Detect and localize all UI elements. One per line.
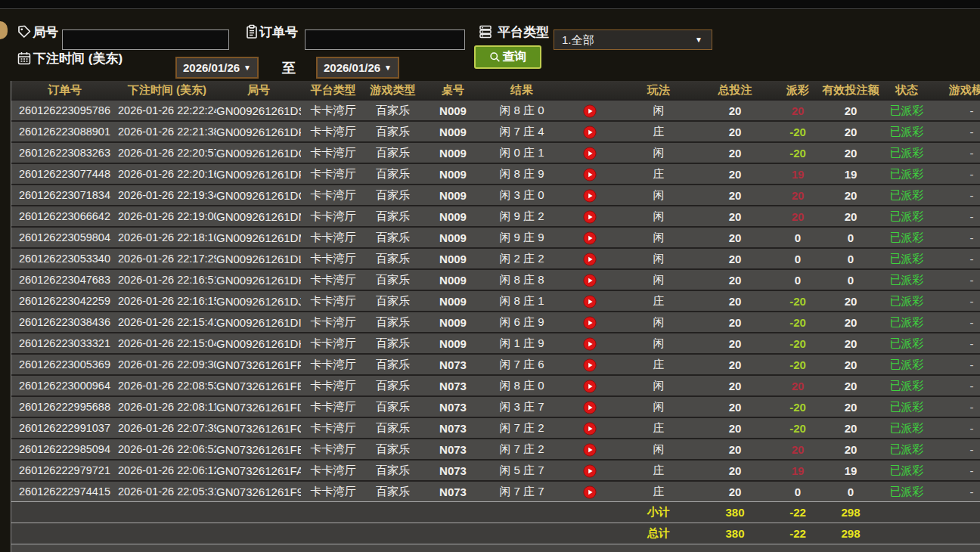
- cell-payout: 0: [774, 268, 822, 290]
- cell-result: 闲 8 庄 0: [485, 99, 558, 120]
- cell-mode: -: [934, 395, 980, 417]
- cell-total_bet: 20: [696, 459, 774, 480]
- cell-table_no: N073: [420, 459, 485, 480]
- replay-video-icon[interactable]: [583, 316, 597, 330]
- cell-table_no: N009: [420, 226, 485, 247]
- cell-platform: 卡卡湾厅: [301, 332, 365, 353]
- replay-video-icon[interactable]: [583, 147, 597, 160]
- replay-video-icon[interactable]: [583, 126, 597, 139]
- replay-video-icon[interactable]: [583, 104, 597, 118]
- cell-game_type: 百家乐: [365, 247, 420, 268]
- replay-video-icon[interactable]: [583, 231, 597, 245]
- table-row: 2601262230598042026-01-26 22:18:10GN0092…: [11, 226, 980, 247]
- replay-video-icon[interactable]: [583, 274, 597, 287]
- cell-status: 已派彩: [879, 417, 934, 438]
- cell-mode: -: [934, 120, 980, 141]
- calendar-icon: [17, 51, 32, 66]
- cell-round: GN009261261DN: [216, 205, 301, 226]
- cell-platform: 卡卡湾厅: [301, 374, 365, 395]
- order-label: 订单号: [259, 25, 298, 40]
- cell-result: 闲 5 庄 7: [485, 459, 558, 480]
- cell-play: 闲: [621, 99, 696, 120]
- cell-result: 闲 2 庄 2: [485, 247, 558, 268]
- panel-collapse-toggle[interactable]: [0, 21, 8, 39]
- table-row: 2601262230666422026-01-26 22:19:00GN0092…: [11, 205, 980, 226]
- cell-round: GN073261261FC: [216, 417, 301, 438]
- total-payout: -22: [774, 523, 822, 544]
- platform-select[interactable]: 1.全部 ▼: [554, 29, 712, 50]
- cell-game_type: 百家乐: [365, 268, 420, 290]
- replay-video-icon[interactable]: [583, 401, 597, 414]
- replay-video-icon[interactable]: [583, 189, 597, 203]
- table-row: 2601262229744152026-01-26 22:05:31GN0732…: [11, 480, 980, 501]
- cell-result: 闲 9 庄 9: [485, 226, 558, 247]
- col-header-10: 派彩: [774, 81, 822, 99]
- replay-video-icon[interactable]: [583, 422, 597, 436]
- replay-video-icon[interactable]: [583, 168, 597, 181]
- cell-round: GN009261261DJ: [216, 290, 301, 311]
- replay-video-icon[interactable]: [583, 443, 597, 457]
- date-to-picker[interactable]: 2026/01/26 ▼: [316, 57, 399, 79]
- cell-round: GN009261261DM: [216, 226, 301, 247]
- cell-payout: -20: [774, 395, 822, 417]
- cell-payout: -20: [774, 332, 822, 353]
- cell-replay: [558, 141, 621, 163]
- date-from-picker[interactable]: 2026/01/26 ▼: [175, 57, 259, 79]
- replay-video-icon[interactable]: [583, 295, 597, 309]
- cell-order: 260126223038436: [11, 311, 118, 332]
- cell-game_type: 百家乐: [365, 438, 420, 459]
- cell-round: GN009261261DP: [216, 163, 301, 184]
- cell-total_bet: 20: [696, 205, 774, 226]
- cell-platform: 卡卡湾厅: [301, 417, 365, 438]
- replay-video-icon[interactable]: [583, 380, 597, 393]
- replay-video-icon[interactable]: [583, 485, 597, 499]
- order-input[interactable]: [305, 29, 465, 50]
- cell-replay: [558, 353, 621, 374]
- cell-status: 已派彩: [879, 99, 934, 120]
- replay-video-icon[interactable]: [583, 337, 597, 351]
- cell-order: 260126223047683: [11, 268, 118, 290]
- cell-table_no: N009: [420, 268, 485, 290]
- cell-mode: -: [934, 353, 980, 374]
- cell-table_no: N009: [420, 290, 485, 311]
- total-valid-bet: 298: [822, 523, 879, 544]
- cell-time: 2026-01-26 22:15:41: [118, 311, 216, 332]
- total-spacer: [11, 523, 621, 544]
- replay-video-icon[interactable]: [583, 358, 597, 372]
- cell-round: GN009261261DO: [216, 184, 301, 205]
- platform-icon: [478, 24, 493, 39]
- cell-time: 2026-01-26 22:06:52: [118, 438, 216, 459]
- cell-table_no: N009: [420, 141, 485, 163]
- cell-time: 2026-01-26 22:22:24: [118, 99, 216, 120]
- replay-video-icon[interactable]: [583, 253, 597, 266]
- cell-round: GN009261261DH: [216, 332, 301, 353]
- cell-table_no: N009: [420, 184, 485, 205]
- cell-status: 已派彩: [879, 374, 934, 395]
- replay-video-icon[interactable]: [583, 464, 597, 478]
- cell-result: 闲 3 庄 7: [485, 395, 558, 417]
- cell-payout: 19: [774, 163, 822, 184]
- cell-total_bet: 20: [696, 226, 774, 247]
- cell-game_type: 百家乐: [365, 141, 420, 163]
- chevron-down-icon: ▼: [695, 30, 702, 49]
- cell-time: 2026-01-26 22:16:15: [118, 290, 216, 311]
- cell-payout: 20: [774, 184, 822, 205]
- cell-time: 2026-01-26 22:06:12: [118, 459, 216, 480]
- cell-play: 庄: [621, 353, 696, 374]
- table-row: 2601262229850942026-01-26 22:06:52GN0732…: [11, 438, 980, 459]
- cell-valid_bet: 20: [822, 332, 879, 353]
- cell-order: 260126223000964: [11, 374, 118, 395]
- round-input[interactable]: [62, 29, 229, 50]
- cell-game_type: 百家乐: [365, 99, 420, 120]
- query-button[interactable]: 查询: [474, 45, 541, 69]
- cell-mode: -: [934, 184, 980, 205]
- cell-platform: 卡卡湾厅: [301, 99, 365, 120]
- replay-video-icon[interactable]: [583, 210, 597, 224]
- cell-replay: [558, 332, 621, 353]
- cell-table_no: N009: [420, 205, 485, 226]
- cell-table_no: N073: [420, 438, 485, 459]
- cell-replay: [558, 480, 621, 501]
- cell-payout: -20: [774, 120, 822, 141]
- col-header-5: 桌号: [420, 81, 485, 99]
- cell-mode: -: [934, 226, 980, 247]
